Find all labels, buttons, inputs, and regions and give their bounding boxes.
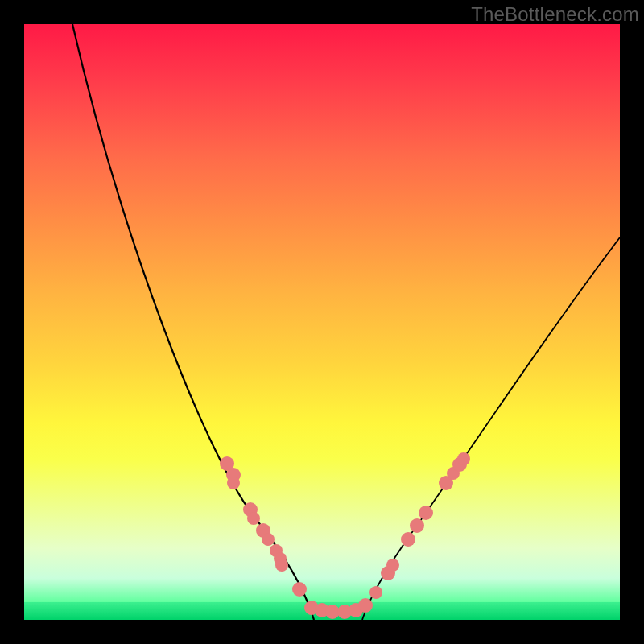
curve-left-branch <box>72 24 314 620</box>
data-dot <box>227 477 240 489</box>
data-dot <box>292 582 307 597</box>
chart-svg <box>24 24 620 620</box>
data-dot <box>275 559 288 572</box>
curve-group <box>72 24 620 620</box>
data-dot <box>358 598 373 613</box>
data-dot <box>262 533 275 546</box>
watermark-text: TheBottleneck.com <box>471 3 639 26</box>
data-dot <box>410 518 424 533</box>
data-dot <box>386 559 399 572</box>
data-dot <box>247 512 260 525</box>
data-dot <box>419 506 433 520</box>
chart-plot-area <box>24 24 620 620</box>
data-dots-group <box>220 452 470 619</box>
data-dot <box>401 532 415 547</box>
data-dot <box>369 586 382 599</box>
data-dot <box>457 452 470 465</box>
curve-right-branch <box>362 237 620 620</box>
